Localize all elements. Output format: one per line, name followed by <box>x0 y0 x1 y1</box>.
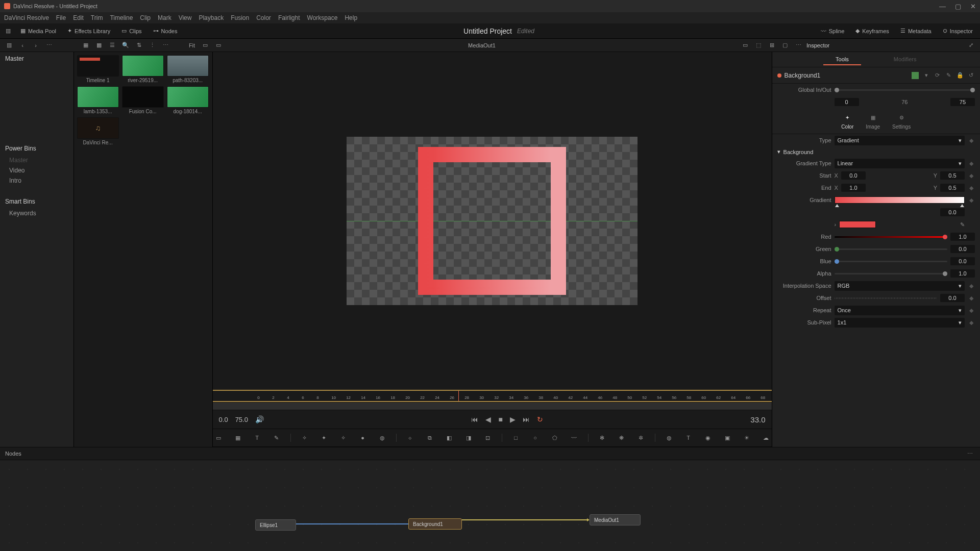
media-item-1[interactable]: river-29519... <box>122 55 164 83</box>
media-item-3[interactable]: lamb-1353... <box>77 86 119 114</box>
tool-particle-icon[interactable]: ✻ <box>597 432 608 443</box>
type-select[interactable]: Gradient▾ <box>835 136 965 145</box>
tool-delta-icon[interactable]: ◨ <box>463 432 474 443</box>
tool-render3d-icon[interactable]: ☁ <box>761 432 772 443</box>
menu-file[interactable]: File <box>56 14 66 21</box>
menu-trim[interactable]: Trim <box>91 14 103 21</box>
global-in-val[interactable]: 0 <box>835 98 859 106</box>
node-ellipse[interactable]: Ellipse1 <box>255 519 296 531</box>
menu-timeline[interactable]: Timeline <box>110 14 133 21</box>
playhead[interactable] <box>458 391 459 401</box>
media-item-6[interactable]: DaVinci Re... <box>77 117 119 145</box>
green-val[interactable]: 0.0 <box>950 245 975 253</box>
alpha-slider[interactable] <box>835 273 947 274</box>
tool-3d-icon[interactable]: ◍ <box>664 432 675 443</box>
background-section[interactable]: ▾ Background <box>772 146 980 157</box>
menu-edit[interactable]: Edit <box>73 14 84 21</box>
view-b-icon[interactable]: ▭ <box>213 40 224 51</box>
red-val[interactable]: 1.0 <box>950 233 975 241</box>
node-name[interactable]: Background1 <box>785 72 909 79</box>
master-section[interactable]: Master <box>0 52 74 65</box>
mode-color[interactable]: ✦Color <box>841 112 853 130</box>
tool-shape3d-icon[interactable]: ◉ <box>702 432 714 443</box>
audio-icon[interactable]: 🔊 <box>255 415 264 423</box>
tool-poly-icon[interactable]: ⬠ <box>549 432 560 443</box>
go-end-button[interactable]: ⏭ <box>523 415 530 423</box>
powerbin-video[interactable]: Video <box>0 165 74 176</box>
sq-icon[interactable]: ⬚ <box>753 40 764 51</box>
offset-val[interactable]: 0.0 <box>940 294 965 302</box>
red-slider[interactable] <box>835 236 947 238</box>
stop-button[interactable]: ■ <box>498 415 502 423</box>
tool-softglow-icon[interactable]: ✧ <box>338 432 349 443</box>
link-ellipse-bg[interactable] <box>296 523 408 524</box>
smartbins-section[interactable]: Smart Bins <box>0 195 74 208</box>
sort-icon[interactable]: ⇅ <box>134 40 144 51</box>
minimize-button[interactable]: — <box>939 3 946 10</box>
gradient-stop-1[interactable] <box>960 204 964 207</box>
clips-button[interactable]: ▭ Clips <box>117 26 145 36</box>
lock-icon[interactable]: 🔒 <box>957 72 964 79</box>
interp-key[interactable]: ◆ <box>968 283 975 289</box>
tool-text-icon[interactable]: T <box>252 432 263 443</box>
single-icon[interactable]: ▢ <box>780 40 790 51</box>
powerbins-section[interactable]: Power Bins <box>0 142 74 155</box>
tool-matte-icon[interactable]: ◧ <box>444 432 455 443</box>
gradtype-key[interactable]: ◆ <box>968 160 975 167</box>
repeat-select[interactable]: Once▾ <box>835 306 965 315</box>
tool-gamut-icon[interactable]: ● <box>357 432 369 443</box>
start-x[interactable]: 0.0 <box>841 171 866 180</box>
start-y[interactable]: 0.5 <box>940 171 965 180</box>
subpixel-key[interactable]: ◆ <box>968 319 975 326</box>
tool-camera-icon[interactable]: ▣ <box>722 432 733 443</box>
link-bg-out[interactable] <box>462 519 587 520</box>
offset-key[interactable]: ◆ <box>968 295 975 302</box>
filter-icon[interactable]: ⋮ <box>147 40 157 51</box>
fwd-icon[interactable]: › <box>31 40 41 51</box>
blue-slider[interactable] <box>835 261 947 262</box>
blue-val[interactable]: 0.0 <box>950 257 975 265</box>
global-slider[interactable] <box>835 89 975 91</box>
subpixel-select[interactable]: 1x1▾ <box>835 318 965 328</box>
interp-select[interactable]: RGB▾ <box>835 281 965 291</box>
keyframes-button[interactable]: ◆ Keyframes <box>851 26 893 36</box>
mode-image[interactable]: ▦Image <box>866 112 880 130</box>
menu-view[interactable]: View <box>179 14 192 21</box>
gradient-bar[interactable] <box>835 196 965 204</box>
time-ruler[interactable]: 0246810121416182022242628303234363840424… <box>213 390 772 402</box>
view-mode-icon[interactable]: ▥ <box>3 26 13 36</box>
gradient-pos[interactable]: 0.0 <box>940 208 965 216</box>
node-mediaout[interactable]: MediaOut1 <box>590 514 641 525</box>
media-item-5[interactable]: dog-18014... <box>167 86 209 114</box>
more2-icon[interactable]: ⋯ <box>160 40 170 51</box>
menu-color[interactable]: Color <box>256 14 271 21</box>
alpha-val[interactable]: 1.0 <box>950 269 975 278</box>
back-icon[interactable]: ‹ <box>17 40 28 51</box>
view-a-icon[interactable]: ▭ <box>200 40 210 51</box>
tool-channel-icon[interactable]: ⊡ <box>482 432 494 443</box>
powerbin-master[interactable]: Master <box>0 155 74 165</box>
expand-icon[interactable]: ⤢ <box>966 40 976 51</box>
tool-text3d-icon[interactable]: T <box>683 432 694 443</box>
timeline-scrollbar[interactable] <box>213 402 772 410</box>
inspector-button[interactable]: ⊙ Inspector <box>939 26 977 36</box>
list-icon[interactable]: ☰ <box>107 40 117 51</box>
green-slider[interactable] <box>835 248 947 250</box>
nodes-button[interactable]: ⊶ Nodes <box>149 26 182 36</box>
media-pool-button[interactable]: ▦ Media Pool <box>16 26 60 36</box>
media-item-0[interactable]: Timeline 1 <box>77 55 119 83</box>
close-button[interactable]: ✕ <box>970 3 976 10</box>
tool-tracker-icon[interactable]: ✧ <box>299 432 310 443</box>
tool-bspline-icon[interactable]: 〰 <box>569 432 580 443</box>
grid-icon[interactable]: ⊞ <box>767 40 777 51</box>
tool-background-icon[interactable]: ▭ <box>213 432 224 443</box>
tool-rect-icon[interactable]: □ <box>510 432 522 443</box>
tab-tools[interactable]: Tools <box>823 54 861 65</box>
media-item-2[interactable]: path-83203... <box>167 55 209 83</box>
menu-clip[interactable]: Clip <box>140 14 151 21</box>
gradtype-select[interactable]: Linear▾ <box>835 159 965 168</box>
go-start-button[interactable]: ⏮ <box>471 415 478 423</box>
more-icon[interactable]: ⋯ <box>44 40 54 51</box>
menu-fusion[interactable]: Fusion <box>231 14 249 21</box>
repeat-key[interactable]: ◆ <box>968 307 975 314</box>
